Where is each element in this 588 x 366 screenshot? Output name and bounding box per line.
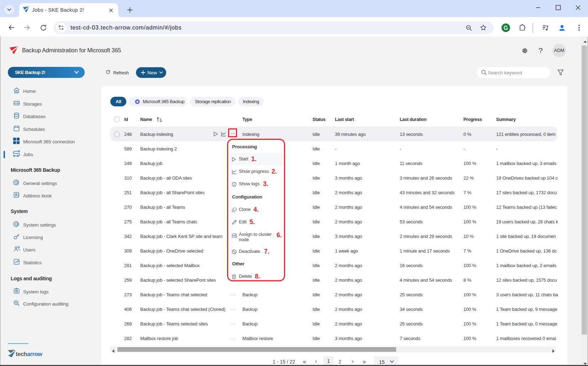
svg-text:techarrow: techarrow [16,351,42,357]
svg-text:G: G [504,25,508,31]
